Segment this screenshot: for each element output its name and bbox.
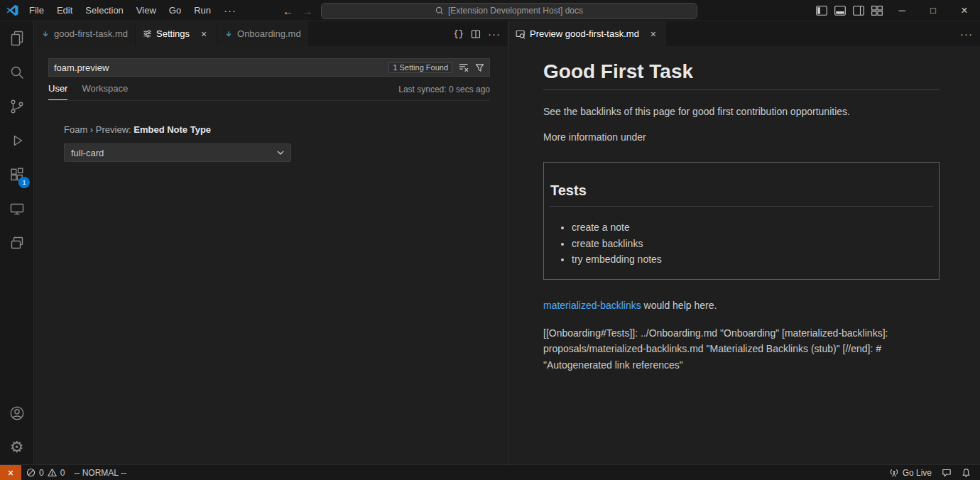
scope-tab-user[interactable]: User bbox=[48, 83, 67, 100]
files-icon bbox=[9, 30, 26, 47]
settings-search-input[interactable]: foam.preview 1 Setting Found bbox=[48, 58, 490, 77]
tab-label: good-first-task.md bbox=[54, 28, 128, 39]
vim-mode-indicator[interactable]: -- NORMAL -- bbox=[70, 465, 131, 480]
menu-run[interactable]: Run bbox=[187, 0, 217, 21]
search-icon bbox=[9, 64, 26, 81]
settings-gear-button[interactable]: ⚙ bbox=[0, 430, 33, 464]
search-box[interactable]: [Extension Development Host] docs bbox=[321, 3, 697, 19]
activity-bar: 1 ⚙ bbox=[0, 21, 34, 464]
bell-icon bbox=[962, 468, 971, 478]
extensions-button[interactable]: 1 bbox=[0, 158, 33, 192]
split-editor-icon bbox=[471, 29, 481, 39]
toggle-panel-button[interactable] bbox=[831, 0, 849, 21]
setting-label: Foam › Preview: Embed Note Type bbox=[64, 124, 489, 135]
vscode-logo-icon bbox=[6, 4, 18, 16]
status-bar: 0 0 -- NORMAL -- Go Live bbox=[0, 464, 980, 480]
tab-settings[interactable]: Settings × bbox=[136, 21, 217, 46]
menu-edit[interactable]: Edit bbox=[50, 0, 79, 21]
extensions-badge: 1 bbox=[18, 177, 30, 188]
title-bar: File Edit Selection View Go Run ··· ← → … bbox=[0, 0, 980, 21]
feedback-button[interactable] bbox=[937, 465, 957, 480]
search-view-button[interactable] bbox=[0, 55, 33, 89]
settings-scope-tabs: User Workspace Last synced: 0 secs ago bbox=[48, 83, 490, 101]
open-preview-icon bbox=[516, 29, 526, 39]
minimize-button[interactable]: ─ bbox=[886, 0, 918, 21]
broadcast-icon bbox=[889, 468, 899, 478]
remote-indicator[interactable] bbox=[0, 465, 21, 480]
more-actions-button[interactable]: ··· bbox=[960, 28, 973, 40]
link-tail-text: would help here. bbox=[641, 300, 717, 311]
editor-groups: good-first-task.md Settings × Onboarding… bbox=[34, 21, 980, 464]
layout-panel-icon bbox=[834, 6, 846, 16]
preview-title: Good First Task bbox=[543, 60, 940, 90]
editor-actions: {} ··· bbox=[454, 21, 508, 46]
preview-paragraph: See the backlinks of this page for good … bbox=[543, 104, 940, 119]
setting-name: Embed Note Type bbox=[134, 124, 211, 135]
menu-view[interactable]: View bbox=[130, 0, 163, 21]
accounts-button[interactable] bbox=[0, 396, 33, 430]
run-debug-button[interactable] bbox=[0, 124, 33, 158]
menu-selection[interactable]: Selection bbox=[79, 0, 129, 21]
menu-file[interactable]: File bbox=[23, 0, 50, 21]
layout-grid-icon bbox=[871, 6, 883, 16]
customize-layout-button[interactable] bbox=[868, 0, 886, 21]
go-live-button[interactable]: Go Live bbox=[884, 465, 937, 480]
titlebar-controls: ─ □ × bbox=[812, 0, 980, 21]
windows-icon bbox=[9, 234, 26, 251]
forward-arrow-icon[interactable]: → bbox=[302, 5, 312, 17]
run-and-debug-icon bbox=[9, 132, 26, 149]
close-tab-icon[interactable]: × bbox=[198, 29, 209, 39]
menu-more-icon[interactable]: ··· bbox=[217, 0, 243, 21]
vscode-window: File Edit Selection View Go Run ··· ← → … bbox=[0, 0, 980, 480]
markdown-file-icon bbox=[41, 30, 50, 38]
dropdown-value: full-card bbox=[71, 148, 104, 158]
markdown-file-icon bbox=[224, 30, 233, 38]
close-tab-icon[interactable]: × bbox=[648, 29, 659, 39]
clear-filter-icon bbox=[459, 62, 469, 72]
more-actions-button[interactable]: ··· bbox=[488, 28, 501, 40]
warning-icon bbox=[48, 468, 57, 477]
embed-note-type-dropdown[interactable]: full-card bbox=[64, 143, 291, 162]
preview-paragraph: materialized-backlinks would help here. bbox=[543, 298, 940, 313]
error-icon bbox=[26, 468, 36, 477]
scope-tab-workspace[interactable]: Workspace bbox=[82, 83, 128, 100]
list-item: try embedding notes bbox=[572, 251, 933, 268]
back-arrow-icon[interactable]: ← bbox=[283, 5, 293, 17]
notifications-button[interactable] bbox=[957, 465, 976, 480]
command-center: ← → [Extension Development Host] docs bbox=[283, 0, 697, 21]
remote-explorer-icon bbox=[9, 200, 26, 217]
settings-search-value: foam.preview bbox=[54, 62, 388, 73]
source-control-icon bbox=[9, 98, 26, 115]
filter-settings-button[interactable] bbox=[475, 63, 484, 72]
open-settings-json-button[interactable]: {} bbox=[454, 29, 464, 39]
remote-explorer-button[interactable] bbox=[0, 192, 33, 226]
editor-group-right: Preview good-first-task.md × ··· Good Fi… bbox=[508, 21, 980, 464]
toggle-secondary-sidebar-button[interactable] bbox=[849, 0, 868, 21]
split-editor-button[interactable] bbox=[471, 29, 481, 39]
markdown-preview: Good First Task See the backlinks of thi… bbox=[508, 46, 980, 373]
warning-count: 0 bbox=[60, 468, 65, 478]
tab-good-first-task[interactable]: good-first-task.md bbox=[34, 21, 136, 46]
source-control-button[interactable] bbox=[0, 89, 33, 124]
custom-view-button[interactable] bbox=[0, 226, 33, 260]
tab-onboarding[interactable]: Onboarding.md bbox=[217, 21, 309, 46]
setting-category: Foam › Preview: bbox=[64, 124, 134, 135]
menu-go[interactable]: Go bbox=[163, 0, 187, 21]
close-window-button[interactable]: × bbox=[949, 0, 980, 21]
setting-item-embed-note-type: Foam › Preview: Embed Note Type full-car… bbox=[64, 124, 489, 162]
materialized-backlinks-link[interactable]: materialized-backlinks bbox=[543, 300, 641, 311]
go-live-label: Go Live bbox=[903, 468, 932, 478]
tab-preview[interactable]: Preview good-first-task.md × bbox=[508, 21, 667, 46]
toggle-sidebar-button[interactable] bbox=[812, 0, 831, 21]
embedded-note-card: Tests create a note create backlinks try… bbox=[543, 162, 940, 280]
settings-editor: foam.preview 1 Setting Found User Worksp… bbox=[34, 46, 508, 162]
problems-status[interactable]: 0 0 bbox=[21, 465, 70, 480]
clear-search-button[interactable] bbox=[459, 62, 469, 72]
last-synced-label: Last synced: 0 secs ago bbox=[398, 84, 490, 100]
filter-funnel-icon bbox=[475, 63, 484, 72]
left-tab-bar: good-first-task.md Settings × Onboarding… bbox=[34, 21, 508, 46]
maximize-button[interactable]: □ bbox=[918, 0, 949, 21]
explorer-button[interactable] bbox=[0, 21, 33, 55]
note-card-title: Tests bbox=[550, 182, 933, 207]
feedback-icon bbox=[942, 468, 952, 478]
